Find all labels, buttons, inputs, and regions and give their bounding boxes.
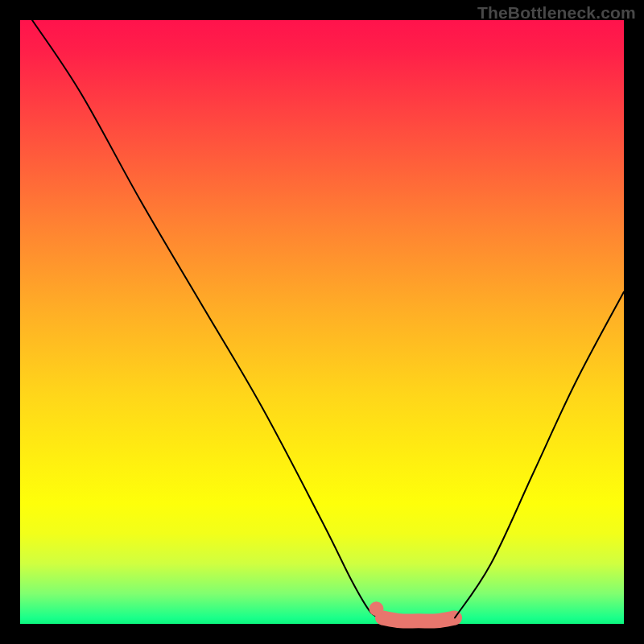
- curve-right-branch: [455, 292, 624, 618]
- curve-left-branch: [32, 20, 382, 618]
- curve-layer: [20, 20, 624, 624]
- marker-dot-left: [369, 601, 384, 616]
- attribution-label: TheBottleneck.com: [477, 3, 636, 23]
- chart-frame: TheBottleneck.com: [0, 0, 644, 644]
- plot-area: [20, 20, 624, 624]
- curve-plateau-highlight: [382, 618, 455, 621]
